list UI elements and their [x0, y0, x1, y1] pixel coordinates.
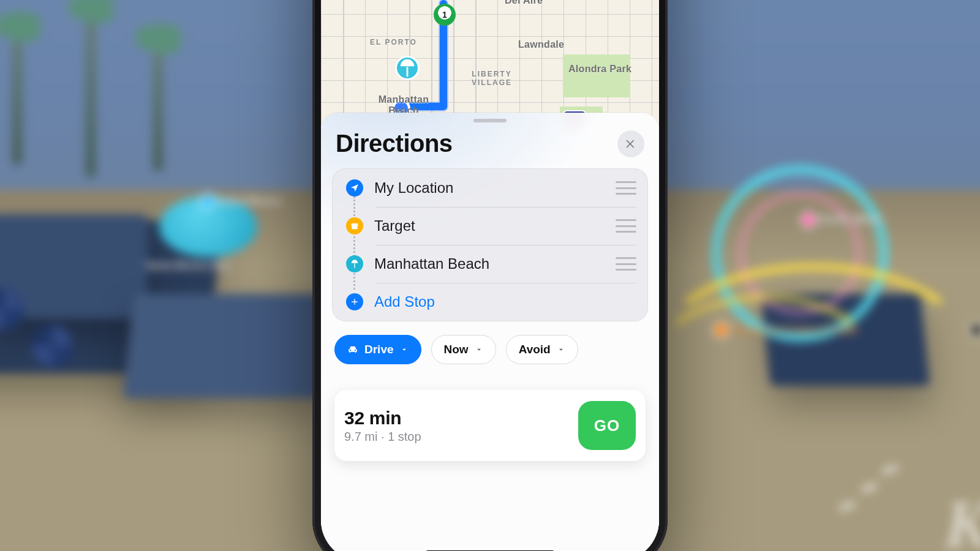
stop-item-target[interactable]: Target: [333, 207, 647, 245]
mode-drive-chip[interactable]: Drive: [334, 335, 421, 364]
stop-item-manhattan-beach[interactable]: Manhattan Beach: [333, 245, 647, 283]
close-icon: [625, 138, 637, 150]
add-stop-button[interactable]: Add Stop: [333, 283, 647, 321]
map-label-lawndale: Lawndale: [518, 39, 564, 50]
highway-shield-route1: 1: [434, 4, 456, 26]
car-icon: [347, 344, 358, 355]
route-summary-card[interactable]: 32 min 9.7 mi · 1 stop GO: [334, 390, 646, 461]
reorder-handle-icon[interactable]: [616, 181, 636, 195]
map-canvas[interactable]: 1 Lawndale Alondra Park LIBERTY VILLAGE …: [321, 0, 659, 125]
directions-drawer[interactable]: Directions My Location: [321, 113, 659, 551]
chevron-down-icon: [475, 345, 483, 354]
phone-frame: 1 Lawndale Alondra Park LIBERTY VILLAGE …: [312, 0, 668, 551]
route-eta: 32 min: [344, 408, 421, 429]
bg-label-west: West: [971, 324, 980, 335]
map-label-alondra: Alondra Park: [568, 64, 631, 75]
map-label-liberty: LIBERTY VILLAGE: [464, 70, 519, 87]
go-button[interactable]: GO: [578, 401, 636, 450]
chevron-down-icon: [557, 345, 565, 354]
close-button[interactable]: [617, 130, 644, 157]
route-subtext: 9.7 mi · 1 stop: [344, 430, 421, 444]
options-chip-row: Drive Now Avoid: [321, 321, 659, 364]
watermark-k-logo: K: [944, 485, 980, 551]
chip-label: Drive: [364, 343, 394, 356]
depart-now-chip[interactable]: Now: [431, 335, 496, 364]
bg-label-pacific-wheel: Pacific Wheel: [803, 214, 882, 225]
beach-umbrella-icon: [346, 255, 363, 272]
store-icon: [346, 217, 363, 234]
bg-label-santa-monica: Santa Monica: [202, 196, 281, 207]
stop-label: My Location: [374, 179, 453, 197]
avoid-chip[interactable]: Avoid: [506, 335, 578, 364]
stop-label: Manhattan Beach: [374, 255, 489, 272]
reorder-handle-icon[interactable]: [616, 219, 636, 233]
reorder-handle-icon[interactable]: [616, 257, 636, 271]
plus-icon: [346, 293, 363, 310]
chip-label: Avoid: [519, 343, 551, 356]
stop-item-my-location[interactable]: My Location: [333, 169, 647, 207]
add-stop-label: Add Stop: [374, 293, 435, 310]
map-label-elporto: EL PORTO: [370, 38, 417, 47]
drawer-grabber[interactable]: [473, 119, 507, 122]
map-label-delaire: Del Aire: [505, 0, 543, 6]
location-arrow-icon: [346, 179, 363, 197]
chip-label: Now: [444, 343, 469, 356]
bg-label-scoops: Scoops Ice Cream & Treats: [715, 324, 858, 335]
drawer-title: Directions: [336, 130, 453, 157]
phone-screen: 1 Lawndale Alondra Park LIBERTY VILLAGE …: [321, 0, 659, 551]
bg-label-santa-monica-bay: Santa Monica Bay: [141, 260, 230, 271]
chevron-down-icon: [400, 345, 409, 354]
stop-label: Target: [374, 217, 415, 234]
map-poi-beach-icon: [397, 58, 418, 78]
stops-list: My Location Target Man: [332, 168, 648, 321]
